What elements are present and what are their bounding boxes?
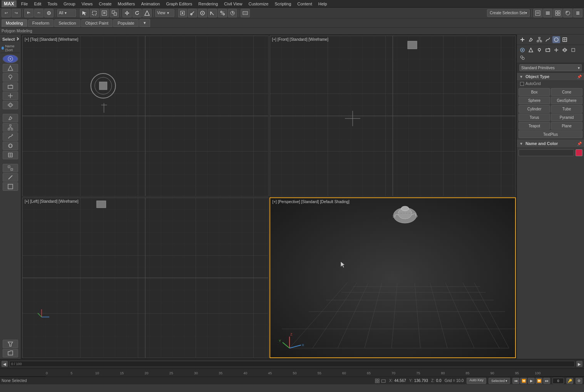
menu-rendering[interactable]: Rendering xyxy=(195,1,221,7)
viewport-left[interactable]: [+] [Left] [Standard] [Wireframe] xyxy=(22,197,269,359)
display-button[interactable] xyxy=(3,142,18,150)
utilities-button[interactable] xyxy=(3,151,18,159)
scene-explorer-button[interactable] xyxy=(553,9,562,17)
current-frame-display[interactable]: 0 xyxy=(552,378,564,384)
viewport-front[interactable]: [+] [Front] [Standard] [Wireframe] xyxy=(269,35,516,197)
next-frame-button[interactable]: ⏩ xyxy=(535,378,542,384)
motion-panel-icon[interactable] xyxy=(544,36,552,43)
tab-object-paint[interactable]: Object Paint xyxy=(81,19,113,27)
viewport-top[interactable]: [+] [Top] [Standard] [Wireframe] xyxy=(22,35,269,197)
menu-civil-view[interactable]: Civil View xyxy=(221,1,245,7)
sub-object-edge[interactable] xyxy=(3,173,18,182)
auto-key-button[interactable]: Auto Key xyxy=(467,378,486,384)
view-dropdown[interactable]: View ▾ xyxy=(155,9,174,17)
geometry-button[interactable] xyxy=(3,55,18,63)
system-type-icon[interactable] xyxy=(569,47,577,53)
menu-content[interactable]: Content xyxy=(294,1,315,7)
torus-button[interactable]: Torus xyxy=(519,113,550,121)
snap-button-3d[interactable] xyxy=(198,9,207,17)
viewport-perspective[interactable]: [+] [Perspective] [Standard] [Default Sh… xyxy=(269,197,516,359)
menu-file[interactable]: File xyxy=(18,1,31,7)
filter-objects-button[interactable] xyxy=(3,340,18,348)
grid-icon[interactable] xyxy=(375,378,380,384)
unlink-button[interactable] xyxy=(34,9,44,17)
select-object-button[interactable] xyxy=(80,9,89,17)
go-start-button[interactable]: ⏮ xyxy=(512,378,519,384)
select-by-name-button[interactable] xyxy=(100,9,109,17)
open-file-button[interactable] xyxy=(3,349,18,357)
tab-selection[interactable]: Selection xyxy=(54,19,80,27)
select-paint-button[interactable] xyxy=(110,9,119,17)
angle-snap-button[interactable] xyxy=(208,9,217,17)
key-mode-toggle[interactable]: 🔑 xyxy=(566,378,573,384)
create-icon[interactable] xyxy=(519,36,526,43)
menu-animation[interactable]: Animation xyxy=(138,1,163,7)
timeline-bar[interactable]: 0 / 100 xyxy=(9,361,575,367)
helper-button[interactable] xyxy=(3,92,18,100)
menu-customize[interactable]: Customize xyxy=(246,1,272,7)
plane-button[interactable]: Plane xyxy=(551,122,582,130)
shape-button[interactable] xyxy=(3,64,18,72)
menu-help[interactable]: Help xyxy=(315,1,330,7)
utilities-panel-icon[interactable] xyxy=(561,36,569,43)
cone-button[interactable]: Cone xyxy=(551,88,582,96)
teapot-button[interactable]: Teapot xyxy=(519,122,550,130)
compound-type-icon[interactable] xyxy=(519,54,526,61)
snap-toggle-button[interactable] xyxy=(178,9,187,17)
menu-group[interactable]: Group xyxy=(60,1,79,7)
motion-button[interactable] xyxy=(3,132,18,141)
box-button[interactable]: Box xyxy=(519,88,550,96)
tube-button[interactable]: Tube xyxy=(551,105,582,113)
filter-dropdown[interactable]: All ▾ xyxy=(57,9,76,17)
standard-primitives-btn[interactable]: Standard Primitives ▾ xyxy=(519,64,582,71)
scene-states-button[interactable] xyxy=(563,9,572,17)
modify-button[interactable] xyxy=(3,114,18,122)
helper-type-icon[interactable] xyxy=(552,47,560,53)
manage-sets-button[interactable] xyxy=(573,9,582,17)
hierarchy-button[interactable] xyxy=(3,123,18,132)
menu-edit[interactable]: Edit xyxy=(31,1,44,7)
pyramid-button[interactable]: Pyramid xyxy=(551,113,582,121)
tab-freeform[interactable]: Freeform xyxy=(28,19,54,27)
shape-type-icon[interactable] xyxy=(527,47,535,53)
menu-scripting[interactable]: Scripting xyxy=(271,1,294,7)
color-swatch[interactable] xyxy=(576,149,582,156)
layers-button[interactable] xyxy=(543,9,552,17)
select-region-button[interactable] xyxy=(90,9,99,17)
max-logo[interactable]: MAX xyxy=(2,0,17,7)
sphere-button[interactable]: Sphere xyxy=(519,97,550,104)
snap-button-2d[interactable] xyxy=(188,9,197,17)
time-config-button[interactable]: ⚙ xyxy=(576,378,582,384)
autogrid-checkbox[interactable] xyxy=(520,82,524,86)
link-button[interactable] xyxy=(24,9,33,17)
menu-tools[interactable]: Tools xyxy=(44,1,60,7)
menu-graph-editors[interactable]: Graph Editors xyxy=(163,1,195,7)
light-type-icon[interactable] xyxy=(535,47,543,53)
play-button[interactable]: ▶ xyxy=(528,378,535,384)
spinner-snap-button[interactable] xyxy=(228,9,237,17)
timeline-next-arrow[interactable]: ▶ xyxy=(576,361,582,367)
geosphere-button[interactable]: GeoSphere xyxy=(551,97,582,104)
rotate-button[interactable] xyxy=(132,9,142,17)
sub-object-vertex[interactable] xyxy=(3,164,18,172)
menu-create[interactable]: Create xyxy=(96,1,115,7)
object-type-section-header[interactable]: ▼ Object Type 📌 xyxy=(517,73,584,81)
tab-more[interactable]: ▾ xyxy=(139,19,150,27)
menu-views[interactable]: Views xyxy=(79,1,96,7)
go-end-button[interactable]: ⏭ xyxy=(543,378,550,384)
undo-button[interactable]: ↩ xyxy=(2,9,11,17)
hierarchy-panel-icon[interactable] xyxy=(535,36,543,43)
scale-button[interactable] xyxy=(142,9,152,17)
modify-panel-icon[interactable] xyxy=(527,36,535,43)
prev-frame-button[interactable]: ⏪ xyxy=(520,378,527,384)
camera-status-icon[interactable] xyxy=(381,378,386,384)
tab-modeling[interactable]: Modeling xyxy=(2,19,27,27)
timeline-prev-arrow[interactable]: ◀ xyxy=(2,361,8,367)
menu-modifiers[interactable]: Modifiers xyxy=(115,1,138,7)
name-color-section-header[interactable]: ▼ Name and Color 📌 xyxy=(517,140,584,148)
named-selections-button[interactable] xyxy=(533,9,542,17)
standard-primitives-dropdown[interactable]: Standard Primitives ▾ xyxy=(517,63,584,73)
redo-button[interactable]: ↪ xyxy=(12,9,21,17)
keyboard-shortcut-button[interactable] xyxy=(241,9,250,17)
geometry-type-icon[interactable] xyxy=(519,47,526,53)
